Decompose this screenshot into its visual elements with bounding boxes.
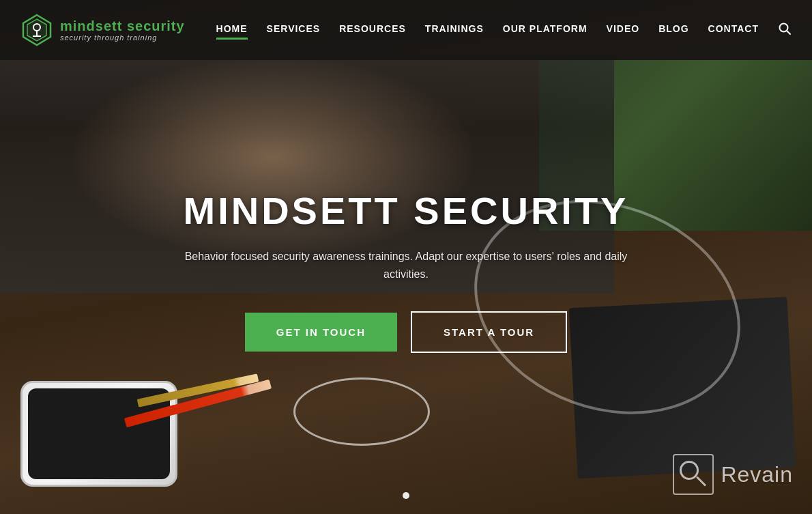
logo-brand-name: mindsett security — [60, 18, 185, 33]
logo-brand-green: mindsett — [60, 18, 122, 33]
nav-item-services[interactable]: SERVICES — [267, 23, 321, 37]
hero-content: MINDSETT SECURITY Behavior focused secur… — [0, 14, 812, 514]
svg-line-6 — [787, 31, 790, 34]
nav-item-home[interactable]: HOME — [216, 23, 248, 37]
hero-section: mindsett security security through train… — [0, 0, 812, 514]
logo-icon — [20, 14, 53, 46]
slider-dots — [403, 492, 409, 499]
nav-item-video[interactable]: VIDEO — [607, 23, 640, 37]
logo-wrapper: mindsett security security through train… — [20, 14, 185, 46]
header: mindsett security security through train… — [0, 0, 812, 60]
logo-tagline: security through training — [60, 33, 185, 42]
logo-text-block: mindsett security security through train… — [60, 18, 185, 42]
nav-item-blog[interactable]: BLOG — [658, 23, 688, 37]
search-icon — [778, 22, 792, 35]
nav-item-trainings[interactable]: TRAININGS — [425, 23, 484, 37]
revain-text-label: Revain — [721, 462, 793, 487]
slider-dot-1[interactable] — [403, 492, 409, 499]
revain-logo-icon — [673, 454, 714, 495]
hero-buttons: GET IN TOUCH START A TOUR — [245, 311, 567, 353]
start-tour-button[interactable]: START A TOUR — [411, 311, 567, 353]
revain-search-line — [697, 476, 707, 487]
logo-area: mindsett security security through train… — [20, 14, 185, 46]
nav-item-contact[interactable]: CONTACT — [708, 23, 759, 37]
hero-title: MINDSETT SECURITY — [184, 188, 629, 233]
revain-watermark: Revain — [673, 454, 793, 495]
main-nav: HOME SERVICES RESOURCES TRAININGS OUR PL… — [216, 22, 792, 39]
hero-subtitle: Behavior focused security awareness trai… — [167, 248, 645, 283]
nav-item-resources[interactable]: RESOURCES — [339, 23, 406, 37]
get-in-touch-button[interactable]: GET IN TOUCH — [245, 313, 397, 352]
search-button[interactable] — [778, 22, 792, 39]
nav-item-platform[interactable]: OUR PLATFORM — [503, 23, 588, 37]
